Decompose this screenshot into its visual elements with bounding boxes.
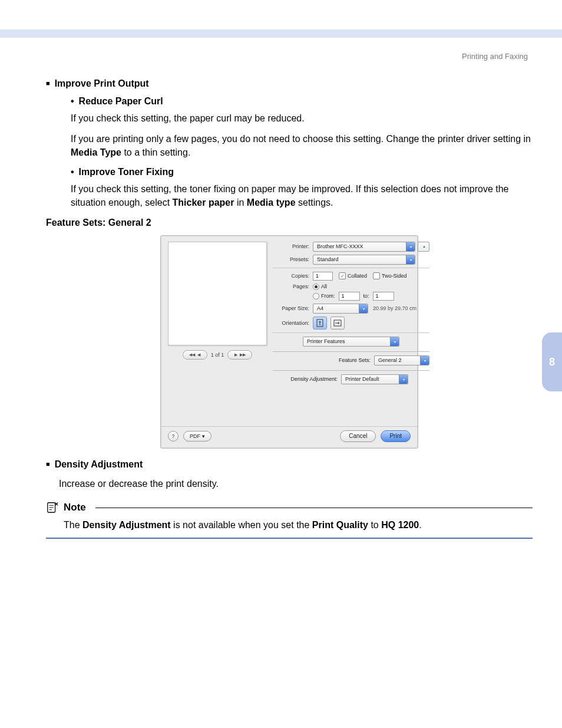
text-bold: Media type — [247, 197, 296, 207]
density-adjustment-value: Printer Default — [345, 376, 379, 382]
landscape-icon — [333, 319, 342, 327]
pdf-label: PDF ▾ — [190, 433, 205, 439]
presets-value: Standard — [317, 256, 339, 262]
chevron-updown-icon: ▾ — [406, 255, 415, 264]
orientation-portrait-button[interactable] — [313, 317, 327, 330]
triangle-up-icon: ▲ — [422, 245, 426, 248]
note-block: Note The Density Adjustment is not avail… — [46, 501, 533, 539]
text-bold: Media Type — [71, 147, 121, 157]
feature-sets-value: General 2 — [378, 357, 402, 363]
note-body: The Density Adjustment is not available … — [46, 514, 533, 539]
printer-value: Brother MFC-XXXX — [317, 243, 363, 249]
pages-all-radio[interactable] — [313, 284, 319, 290]
chapter-tab: 8 — [542, 332, 562, 391]
label-printer: Printer: — [273, 243, 313, 249]
copies-input[interactable] — [313, 272, 333, 281]
paper-dimensions: 20.99 by 29.70 cm — [373, 305, 416, 311]
portrait-icon — [316, 319, 323, 327]
panel-select[interactable]: Printer Features▾ — [303, 337, 399, 347]
text: to — [368, 520, 381, 530]
chevron-updown-icon: ▾ — [399, 375, 408, 384]
text-bold: Density Adjustment — [82, 520, 171, 530]
printer-status-button[interactable]: ▲ — [418, 242, 429, 252]
label-pages: Pages: — [273, 284, 313, 289]
text-bold: Print Quality — [312, 520, 368, 530]
label-copies: Copies: — [273, 273, 313, 279]
pager-next-buttons[interactable]: ▶ ▶▶ — [227, 350, 252, 360]
two-sided-label: Two-Sided — [382, 273, 407, 279]
text-bold: HQ 1200 — [381, 520, 419, 530]
heading-improve-print-output: Improve Print Output — [46, 78, 533, 89]
note-rule — [95, 508, 533, 508]
pages-to-input[interactable] — [373, 292, 394, 301]
panel-value: Printer Features — [307, 338, 345, 344]
preview-pane: ◀◀ ◀ 1 of 1 ▶ ▶▶ — [168, 242, 267, 423]
settings-pane: Printer: Brother MFC-XXXX▾ ▲ Presets: St… — [273, 242, 429, 423]
text-density: Increase or decrease the print density. — [59, 477, 533, 490]
chevron-updown-icon: ▾ — [359, 304, 368, 313]
pages-all-label: All — [321, 284, 327, 289]
chevron-updown-icon: ▾ — [390, 337, 399, 346]
print-button[interactable]: Print — [381, 430, 411, 442]
paper-size-value: A4 — [317, 305, 323, 311]
help-button[interactable]: ? — [168, 431, 178, 442]
chevron-updown-icon: ▾ — [420, 356, 429, 365]
dialog-footer: ? PDF ▾ Cancel Print — [161, 427, 418, 448]
text: The — [64, 520, 82, 530]
note-title: Note — [64, 502, 86, 513]
label-paper-size: Paper Size: — [273, 305, 313, 311]
text-toner: If you check this setting, the toner fix… — [71, 182, 533, 209]
top-accent-bar — [0, 0, 562, 38]
orientation-landscape-button[interactable] — [330, 317, 345, 330]
text: to a thin setting. — [121, 147, 190, 157]
preview-pager: ◀◀ ◀ 1 of 1 ▶ ▶▶ — [183, 350, 253, 360]
text: settings. — [296, 197, 333, 207]
note-icon — [46, 501, 59, 514]
pages-from-input[interactable] — [339, 292, 360, 301]
heading-reduce-paper-curl: Reduce Paper Curl — [71, 96, 533, 107]
page-body: Printing and Faxing Improve Print Output… — [0, 38, 562, 728]
two-sided-checkbox[interactable] — [373, 272, 380, 279]
chevron-updown-icon: ▾ — [406, 242, 415, 251]
collated-label: Collated — [348, 273, 367, 279]
pager-prev-buttons[interactable]: ◀◀ ◀ — [183, 350, 207, 360]
pages-from-label: From: — [321, 293, 335, 299]
density-adjustment-select[interactable]: Printer Default▾ — [341, 374, 408, 384]
text-reduce-1: If you check this setting, the paper cur… — [71, 111, 533, 125]
heading-feature-sets: Feature Sets: General 2 — [46, 218, 533, 228]
preview-page — [168, 242, 267, 345]
cancel-label: Cancel — [349, 433, 367, 439]
label-presets: Presets: — [273, 256, 313, 262]
text: in — [234, 197, 247, 207]
help-icon: ? — [171, 433, 174, 439]
label-orientation: Orientation: — [273, 320, 313, 326]
collated-checkbox[interactable]: ✓ — [339, 272, 346, 279]
pages-to-label: to: — [363, 293, 369, 299]
print-label: Print — [389, 433, 402, 439]
feature-sets-select[interactable]: General 2▾ — [374, 355, 429, 365]
text: If you are printing only a few pages, yo… — [71, 134, 531, 144]
heading-density-adjustment: Density Adjustment — [46, 459, 533, 470]
label-density-adjustment: Density Adjustment: — [273, 376, 341, 382]
pager-label: 1 of 1 — [211, 352, 224, 358]
paper-size-select[interactable]: A4▾ — [313, 304, 368, 314]
heading-improve-toner-fixing: Improve Toner Fixing — [71, 167, 533, 177]
pdf-menu-button[interactable]: PDF ▾ — [183, 431, 211, 442]
label-feature-sets: Feature Sets: — [339, 357, 374, 363]
text: . — [419, 520, 421, 530]
presets-select[interactable]: Standard▾ — [313, 255, 415, 265]
pages-from-radio[interactable] — [313, 293, 319, 299]
text: is not available when you set the — [171, 520, 312, 530]
text-bold: Thicker paper — [173, 197, 234, 207]
running-header: Printing and Faxing — [46, 52, 533, 61]
text-reduce-2: If you are printing only a few pages, yo… — [71, 132, 533, 159]
printer-select[interactable]: Brother MFC-XXXX▾ — [313, 242, 415, 252]
cancel-button[interactable]: Cancel — [340, 430, 376, 442]
print-dialog: ◀◀ ◀ 1 of 1 ▶ ▶▶ Printer: Brother MFC-XX… — [160, 235, 418, 449]
